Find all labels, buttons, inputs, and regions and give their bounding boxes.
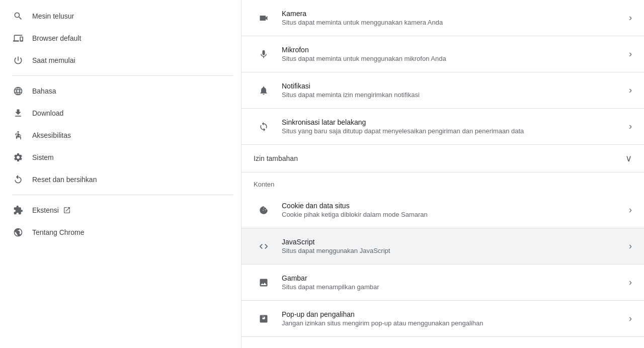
main-content: Kamera Situs dapat meminta untuk menggun… bbox=[242, 0, 644, 348]
sidebar-item-label-sistem: Sistem bbox=[32, 153, 54, 161]
camera-icon bbox=[254, 13, 274, 23]
cookie-icon bbox=[254, 205, 274, 215]
settings-list: Kamera Situs dapat meminta untuk menggun… bbox=[242, 0, 644, 337]
reset-icon bbox=[12, 173, 24, 186]
sidebar-item-label-download: Download bbox=[32, 109, 63, 117]
sidebar-item-bahasa[interactable]: Bahasa bbox=[0, 80, 233, 102]
svg-point-0 bbox=[17, 131, 19, 133]
chevron-right-icon-kamera: › bbox=[629, 13, 632, 23]
item-subtitle-javascript: Situs dapat menggunakan JavaScript bbox=[282, 247, 621, 254]
extension-icon bbox=[12, 204, 24, 216]
settings-item-gambar[interactable]: Gambar Situs dapat menampilkan gambar › bbox=[242, 265, 644, 301]
item-title-notifikasi: Notifikasi bbox=[282, 82, 621, 90]
sidebar-item-label-tentang-chrome: Tentang Chrome bbox=[32, 228, 85, 236]
sidebar-item-label-ekstensi: Ekstensi bbox=[32, 206, 59, 214]
sync-icon bbox=[254, 122, 274, 132]
item-title-cookie: Cookie dan data situs bbox=[282, 202, 621, 210]
system-icon bbox=[12, 151, 24, 163]
chevron-right-icon-cookie: › bbox=[629, 205, 632, 215]
item-text-javascript: JavaScript Situs dapat menggunakan JavaS… bbox=[282, 238, 621, 254]
sidebar-divider bbox=[12, 195, 233, 195]
settings-item-cookie[interactable]: Cookie dan data situs Cookie pihak ketig… bbox=[242, 192, 644, 228]
settings-item-mikrofon[interactable]: Mikrofon Situs dapat meminta untuk mengg… bbox=[242, 36, 644, 72]
search-icon bbox=[12, 10, 24, 22]
item-text-cookie: Cookie dan data situs Cookie pihak ketig… bbox=[282, 202, 621, 218]
power-icon bbox=[12, 54, 24, 66]
sidebar-item-label-mesin-telusur: Mesin telusur bbox=[32, 12, 74, 20]
microphone-icon bbox=[254, 49, 274, 59]
item-subtitle-notifikasi: Situs dapat meminta izin mengirimkan not… bbox=[282, 91, 621, 99]
sidebar-item-label-browser-default: Browser default bbox=[32, 34, 81, 42]
sidebar-divider bbox=[12, 75, 233, 76]
sidebar-item-sistem[interactable]: Sistem bbox=[0, 146, 233, 168]
settings-item-kamera[interactable]: Kamera Situs dapat meminta untuk menggun… bbox=[242, 0, 644, 36]
javascript-icon bbox=[254, 241, 274, 251]
item-title-javascript: JavaScript bbox=[282, 238, 621, 246]
item-subtitle-kamera: Situs dapat meminta untuk menggunakan ka… bbox=[282, 19, 621, 26]
item-subtitle-sinkronisasi: Situs yang baru saja ditutup dapat menye… bbox=[282, 127, 621, 135]
chevron-right-icon-mikrofon: › bbox=[629, 49, 632, 59]
item-text-popup: Pop-up dan pengalihan Jangan izinkan sit… bbox=[282, 310, 621, 327]
sidebar-item-label-reset-dan-bersihkan: Reset dan bersihkan bbox=[32, 176, 97, 184]
sidebar-item-reset-dan-bersihkan[interactable]: Reset dan bersihkan bbox=[0, 168, 233, 191]
sidebar-item-label-saat-memulai: Saat memulai bbox=[32, 56, 75, 64]
chevron-right-icon-notifikasi: › bbox=[629, 85, 632, 96]
item-title-gambar: Gambar bbox=[282, 274, 621, 282]
chevron-right-icon-javascript: › bbox=[629, 241, 632, 251]
external-link-icon bbox=[63, 206, 71, 214]
settings-item-notifikasi[interactable]: Notifikasi Situs dapat meminta izin meng… bbox=[242, 72, 644, 109]
sidebar-item-aksesibilitas[interactable]: Aksesibilitas bbox=[0, 124, 233, 146]
sidebar-item-tentang-chrome[interactable]: Tentang Chrome bbox=[0, 221, 233, 243]
item-title-kamera: Kamera bbox=[282, 10, 621, 18]
settings-item-javascript[interactable]: JavaScript Situs dapat menggunakan JavaS… bbox=[242, 228, 644, 265]
item-text-mikrofon: Mikrofon Situs dapat meminta untuk mengg… bbox=[282, 46, 621, 62]
chevron-right-icon-popup: › bbox=[629, 313, 632, 324]
sidebar-item-label-bahasa: Bahasa bbox=[32, 87, 56, 95]
konten-label: Konten bbox=[242, 172, 644, 192]
sidebar-item-ekstensi[interactable]: Ekstensi bbox=[0, 199, 233, 221]
accessibility-icon bbox=[12, 129, 24, 141]
item-text-notifikasi: Notifikasi Situs dapat meminta izin meng… bbox=[282, 82, 621, 99]
izin-tambahan-label: Izin tambahan bbox=[254, 154, 298, 162]
image-icon bbox=[254, 278, 274, 288]
item-title-sinkronisasi: Sinkronisasi latar belakang bbox=[282, 118, 621, 126]
item-title-mikrofon: Mikrofon bbox=[282, 46, 621, 54]
sidebar-bottom bbox=[0, 328, 241, 348]
sidebar-item-mesin-telusur[interactable]: Mesin telusur bbox=[0, 5, 233, 27]
sidebar-item-browser-default[interactable]: Browser default bbox=[0, 27, 233, 49]
sidebar-item-saat-memulai[interactable]: Saat memulai bbox=[0, 49, 233, 71]
item-text-sinkronisasi: Sinkronisasi latar belakang Situs yang b… bbox=[282, 118, 621, 135]
item-text-kamera: Kamera Situs dapat meminta untuk menggun… bbox=[282, 10, 621, 26]
item-subtitle-mikrofon: Situs dapat meminta untuk menggunakan mi… bbox=[282, 55, 621, 62]
settings-item-popup[interactable]: Pop-up dan pengalihan Jangan izinkan sit… bbox=[242, 301, 644, 337]
notification-icon bbox=[254, 85, 274, 96]
popup-icon bbox=[254, 314, 274, 324]
sidebar: Mesin telusurBrowser defaultSaat memulai… bbox=[0, 0, 242, 348]
chevron-right-icon-gambar: › bbox=[629, 277, 632, 288]
download-icon bbox=[12, 107, 24, 119]
browser-icon bbox=[12, 32, 24, 44]
item-title-popup: Pop-up dan pengalihan bbox=[282, 310, 621, 318]
item-subtitle-popup: Jangan izinkan situs mengirim pop-up ata… bbox=[282, 319, 621, 327]
language-icon bbox=[12, 85, 24, 97]
chrome-icon bbox=[12, 226, 24, 238]
item-subtitle-gambar: Situs dapat menampilkan gambar bbox=[282, 283, 621, 291]
item-subtitle-cookie: Cookie pihak ketiga diblokir dalam mode … bbox=[282, 211, 621, 218]
izin-tambahan-section[interactable]: Izin tambahan ∨ bbox=[242, 145, 644, 172]
settings-item-sinkronisasi[interactable]: Sinkronisasi latar belakang Situs yang b… bbox=[242, 109, 644, 145]
sidebar-item-label-aksesibilitas: Aksesibilitas bbox=[32, 131, 71, 139]
chevron-down-icon: ∨ bbox=[625, 153, 632, 164]
sidebar-item-download[interactable]: Download bbox=[0, 102, 233, 124]
item-text-gambar: Gambar Situs dapat menampilkan gambar bbox=[282, 274, 621, 291]
chevron-right-icon-sinkronisasi: › bbox=[629, 121, 632, 132]
